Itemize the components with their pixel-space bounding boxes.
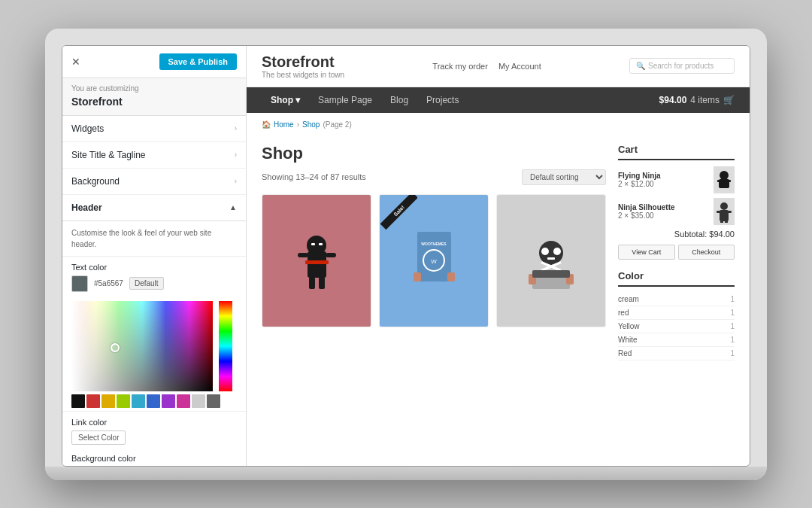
palette-swatch-cyan[interactable] [132,394,145,408]
cart-item-qty-2: 2 × $35.00 [618,211,710,220]
nav-blog[interactable]: Blog [381,87,417,113]
product-info-premium: Premium Quality ★★☆☆☆ $16.00 $12.00 Add … [380,327,488,327]
results-count: Showing 13–24 of 87 results [262,172,366,181]
link-color-select-button[interactable]: Select Color [71,430,126,445]
products-grid: Woo Ninja ★★★★☆ $15.00 Add to cart Sale! [262,194,606,327]
svg-text:W: W [431,258,437,265]
color-list-item-white[interactable]: White 1 [618,333,735,347]
color-swatches-row: #5a6567 Default [71,275,237,292]
cart-info[interactable]: $94.00 4 items 🛒 [659,95,735,105]
color-list-item-cream[interactable]: cream 1 [618,293,735,306]
header-links: Track my order My Account [432,62,541,71]
default-color-button[interactable]: Default [129,277,164,290]
color-count-red2: 1 [730,349,735,357]
svg-rect-5 [309,277,315,289]
background-color-section: Background color Select Color [62,451,246,467]
palette-swatch-darkgrey[interactable] [207,394,220,408]
nav-blog-label: Blog [390,95,408,105]
breadcrumb-shop[interactable]: Shop [302,120,320,129]
color-widget: Color cream 1 red 1 Yellow [618,270,735,360]
svg-rect-33 [728,211,732,213]
product-info-ship: Ship Your Idea $15.00 Add to cart [497,327,605,327]
ship-svg: USA [529,229,574,293]
palette-swatch-red1[interactable] [86,394,100,408]
palette-swatch-black[interactable] [71,394,85,408]
view-cart-button[interactable]: View Cart [618,245,675,260]
product-search-box[interactable]: 🔍 Search for products [629,58,735,74]
palette-swatch-grey[interactable] [192,394,205,408]
color-count-cream: 1 [730,295,735,303]
product-image-ship: USA [497,195,605,327]
svg-rect-32 [717,211,720,213]
hex-value: #5a6567 [94,279,123,287]
palette-swatch-green[interactable] [117,394,130,408]
checkout-button[interactable]: Checkout [678,245,735,260]
color-list-item-red2[interactable]: Red 1 [618,347,735,360]
color-name-yellow: Yellow [618,322,640,330]
color-list-item-red[interactable]: red 1 [618,306,735,320]
palette-swatch-purple[interactable] [162,394,175,408]
right-sidebar: Cart Flying Ninja 2 × $12.00 [618,144,735,458]
current-color-swatch[interactable] [71,275,88,292]
svg-rect-14 [447,272,455,281]
palette-swatch-blue[interactable] [147,394,160,408]
color-picker-container [62,298,246,391]
cart-item-thumb-2 [714,198,735,225]
close-button[interactable]: ✕ [71,56,80,68]
hue-slider[interactable] [219,301,232,391]
sorting-select[interactable]: Default sortingSort by popularitySort by… [522,169,606,185]
panel-top-bar: ✕ Save & Publish [62,46,246,78]
cart-item-qty-1: 2 × $12.00 [618,180,710,188]
svg-rect-9 [417,232,451,281]
svg-rect-8 [326,253,336,257]
svg-rect-2 [311,243,315,245]
cart-item-name-1: Flying Ninja [618,172,710,180]
site-header: Storefront The best widgets in town Trac… [247,46,750,87]
color-name-white: White [618,336,638,344]
color-widget-title: Color [618,270,735,287]
customizer-panel: ✕ Save & Publish You are customizing Sto… [62,46,247,466]
color-gradient-area[interactable] [71,301,213,391]
save-publish-button[interactable]: Save & Publish [159,53,237,70]
product-card-woo-ninja: Woo Ninja ★★★★☆ $15.00 Add to cart [262,194,371,327]
sidebar-item-widgets[interactable]: Widgets › [62,116,246,142]
product-image-woo-ninja [262,195,371,327]
site-title-arrow: › [235,151,237,159]
nav-shop[interactable]: Shop ▾ [262,87,309,113]
track-order-link[interactable]: Track my order [432,62,488,71]
breadcrumb-page-info: (Page 2) [323,120,351,129]
sidebar-item-site-title[interactable]: Site Title & Tagline › [62,142,246,169]
svg-rect-29 [727,180,731,182]
text-color-label: Text color [71,263,237,272]
color-name-red: red [618,309,629,317]
palette-swatch-pink[interactable] [177,394,190,408]
color-name-cream: cream [618,295,639,303]
nav-sample-page[interactable]: Sample Page [309,87,381,113]
sidebar-item-background[interactable]: Background › [62,169,246,195]
customizing-site-name: Storefront [62,94,246,116]
background-label: Background [71,176,120,187]
header-section-title[interactable]: Header ▲ [62,195,246,221]
svg-rect-6 [319,277,325,289]
header-description: Customise the look & feel of your web si… [62,221,246,257]
product-card-ship: USA Ship Your Idea $15.00 [496,194,606,327]
color-list: cream 1 red 1 Yellow 1 [618,293,735,360]
cart-icon: 🛒 [723,95,735,105]
main-content: Shop Showing 13–24 of 87 results Default… [247,136,750,466]
svg-rect-28 [717,180,721,182]
home-icon: 🏠 [262,120,271,129]
palette-swatch-yellow[interactable] [102,394,115,408]
svg-text:USA: USA [547,264,556,269]
site-title-label: Site Title & Tagline [71,150,146,160]
nav-projects[interactable]: Projects [417,87,468,113]
link-color-section: Link color Select Color [62,411,246,451]
svg-point-18 [553,248,561,255]
nav-shop-arrow: ▾ [295,95,300,105]
color-list-item-yellow[interactable]: Yellow 1 [618,320,735,333]
svg-rect-19 [547,257,555,260]
svg-point-30 [720,202,728,210]
breadcrumb-sep: › [297,120,299,129]
my-account-link[interactable]: My Account [498,62,541,71]
widgets-label: Widgets [71,123,104,134]
breadcrumb-home[interactable]: Home [274,120,294,129]
